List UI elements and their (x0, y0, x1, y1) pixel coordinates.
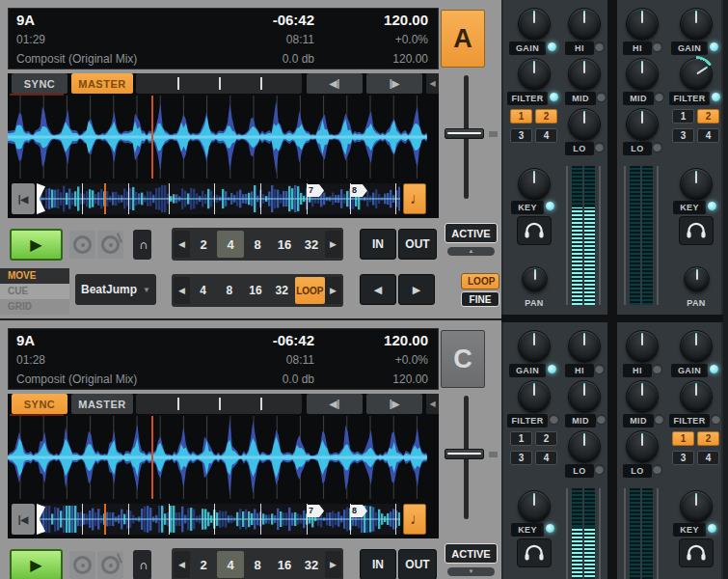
filter-knob[interactable] (680, 380, 713, 413)
loop-size-option[interactable]: 8 (244, 231, 271, 258)
eq-hi-knob[interactable] (568, 8, 601, 41)
loop-size-smaller-button[interactable]: ◀ (174, 231, 190, 258)
collapse-arrow-icon[interactable]: ◀ (426, 73, 439, 94)
tempo-bend-back-button[interactable]: ◀| (307, 394, 363, 414)
sync-button[interactable]: SYNC (12, 394, 67, 414)
move-size-option[interactable]: 32 (269, 277, 295, 304)
loop-size-option[interactable]: 16 (271, 231, 298, 258)
loop-active-button[interactable]: ACTIVE (445, 223, 498, 243)
headphone-cue-button[interactable] (679, 538, 714, 567)
loop-size-option[interactable]: 8 (244, 551, 271, 578)
loop-size-option[interactable]: 32 (298, 231, 325, 258)
fx-assign-button-4[interactable]: 4 (535, 451, 557, 465)
collapse-arrow-icon[interactable]: ◀ (426, 394, 439, 414)
eq-hi-knob[interactable] (568, 330, 601, 363)
tempo-bend-forward-button[interactable]: |▶ (366, 394, 422, 414)
loop-size-option[interactable]: 32 (298, 551, 325, 578)
loop-size-option[interactable]: 16 (271, 551, 298, 578)
move-mode-dropdown[interactable]: BeatJump ▼ (75, 274, 156, 305)
track-overview-stripe[interactable]: 7 8 (37, 183, 400, 214)
tab-grid[interactable]: GRID (0, 299, 69, 315)
key-knob[interactable] (680, 490, 713, 523)
tempo-fader-handle[interactable] (445, 128, 484, 139)
fx-assign-button-3[interactable]: 3 (672, 128, 694, 143)
fx-assign-button-1[interactable]: 1 (672, 109, 694, 124)
fx-assign-button-4[interactable]: 4 (697, 128, 719, 143)
loop-active-button[interactable]: ACTIVE (445, 543, 498, 564)
filter-knob[interactable] (518, 58, 551, 91)
master-button[interactable]: MASTER (71, 394, 133, 414)
eq-mid-knob[interactable] (568, 380, 601, 413)
flux-mode-button[interactable]: ∩ (133, 230, 151, 260)
fx-assign-button-3[interactable]: 3 (510, 451, 532, 465)
cup-button[interactable] (97, 231, 123, 259)
skip-to-start-button[interactable]: |◀ (12, 183, 35, 214)
flux-mode-button[interactable]: ∩ (133, 550, 151, 579)
waveform-display[interactable] (8, 416, 427, 499)
move-size-option[interactable]: LOOP (295, 277, 325, 304)
fx-assign-button-1[interactable]: 1 (510, 109, 532, 124)
loop-size-larger-button[interactable]: ▶ (325, 551, 341, 578)
loop-size-option[interactable]: 2 (190, 551, 217, 578)
cup-button[interactable] (97, 551, 123, 579)
keylock-note-icon[interactable]: ♩ (403, 183, 426, 214)
play-button[interactable]: ▶ (10, 549, 63, 579)
loop-size-option[interactable]: 4 (217, 551, 244, 578)
move-forward-button[interactable]: ▶ (398, 274, 435, 305)
loop-size-option[interactable]: 4 (217, 231, 244, 258)
pan-knob[interactable] (522, 266, 548, 292)
eq-mid-knob[interactable] (568, 58, 601, 91)
headphone-cue-button[interactable] (679, 216, 714, 245)
loop-in-button[interactable]: IN (360, 229, 396, 260)
fx-assign-button-4[interactable]: 4 (535, 128, 557, 143)
fx-assign-button-3[interactable]: 3 (672, 451, 694, 465)
key-knob[interactable] (518, 168, 551, 201)
eq-lo-knob[interactable] (626, 108, 659, 141)
key-knob[interactable] (518, 490, 551, 523)
gain-knob[interactable] (518, 8, 551, 41)
tab-move[interactable]: MOVE (0, 268, 69, 284)
tempo-fader-handle[interactable] (445, 449, 484, 459)
fx-assign-button-4[interactable]: 4 (697, 451, 719, 465)
deck-letter-button[interactable]: A (441, 10, 485, 68)
deck-letter-button[interactable]: C (441, 330, 485, 388)
master-button[interactable]: MASTER (71, 73, 133, 94)
loop-size-option[interactable]: 2 (190, 231, 217, 258)
cue-button[interactable] (69, 231, 95, 259)
eq-hi-knob[interactable] (626, 8, 659, 41)
tab-cue[interactable]: CUE (0, 284, 69, 299)
move-size-option[interactable]: 4 (190, 277, 216, 304)
tempo-bend-forward-button[interactable]: |▶ (366, 73, 422, 94)
move-size-option[interactable]: 16 (242, 277, 268, 304)
filter-knob[interactable] (680, 58, 713, 91)
move-loop-mode-button[interactable]: LOOP (461, 273, 499, 290)
waveform-display[interactable] (8, 96, 427, 179)
loop-out-button[interactable]: OUT (398, 229, 437, 260)
eq-lo-knob[interactable] (568, 108, 601, 141)
loop-size-larger-button[interactable]: ▶ (325, 231, 341, 258)
eq-mid-knob[interactable] (626, 380, 659, 413)
track-overview-stripe[interactable]: 7 8 (37, 504, 400, 535)
fx-assign-button-2[interactable]: 2 (535, 109, 557, 124)
play-button[interactable]: ▶ (10, 229, 63, 261)
loop-out-button[interactable]: OUT (398, 549, 437, 579)
gain-knob[interactable] (680, 330, 713, 363)
fx-assign-button-1[interactable]: 1 (672, 431, 694, 446)
keylock-note-icon[interactable]: ♩ (403, 504, 426, 535)
cue-button[interactable] (69, 551, 95, 579)
fx-assign-button-2[interactable]: 2 (535, 431, 557, 446)
headphone-cue-button[interactable] (517, 216, 552, 245)
tempo-bend-back-button[interactable]: ◀| (307, 73, 363, 94)
eq-hi-knob[interactable] (626, 330, 659, 363)
fx-assign-button-2[interactable]: 2 (697, 109, 719, 124)
sync-button[interactable]: SYNC (12, 73, 67, 94)
gain-knob[interactable] (518, 330, 551, 363)
loop-size-smaller-button[interactable]: ◀ (174, 551, 190, 578)
move-size-option[interactable]: 8 (216, 277, 242, 304)
eq-lo-knob[interactable] (626, 430, 659, 463)
move-size-smaller-button[interactable]: ◀ (174, 277, 190, 304)
fx-assign-button-3[interactable]: 3 (510, 128, 532, 143)
headphone-cue-button[interactable] (517, 538, 552, 567)
skip-to-start-button[interactable]: |◀ (12, 504, 35, 535)
move-fine-mode-button[interactable]: FINE (461, 291, 499, 307)
